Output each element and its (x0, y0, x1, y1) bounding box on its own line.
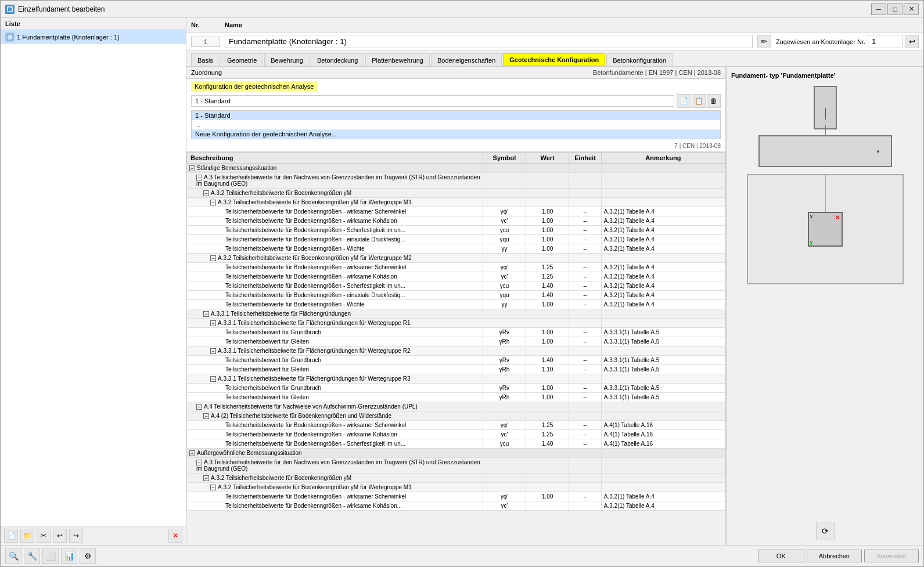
row-wert[interactable]: 1.00 (526, 337, 569, 346)
toolbar-config-btn[interactable]: ⚙ (80, 548, 96, 564)
toolbar-settings-btn[interactable]: 🔧 (24, 548, 40, 564)
row-wert[interactable]: 1.00 (526, 207, 569, 216)
cancel-button[interactable]: Abbrechen (807, 550, 862, 562)
table-row[interactable]: Teilsicherheitsbeiwerte für Bodenkenngrö… (187, 235, 725, 244)
assignment-input[interactable] (868, 35, 903, 48)
row-beschreibung: −A.3.3.1 Teilsicherheitsbeiwerte für Flä… (187, 319, 483, 328)
table-row[interactable]: Teilsicherheitsbeiwerte für Bodenkenngrö… (187, 272, 725, 281)
expand-icon[interactable]: − (210, 376, 216, 382)
config-item-1[interactable]: 1 - Standard (192, 111, 720, 120)
row-wert[interactable]: 1.00 (526, 393, 569, 402)
table-row[interactable]: Teilsicherheitsbeiwert für GrundbruchγRv… (187, 384, 725, 393)
apply-button[interactable]: Anwenden (864, 550, 919, 562)
undo-btn[interactable]: ↩ (53, 529, 67, 543)
maximize-button[interactable]: □ (887, 3, 903, 15)
preview-refresh-btn[interactable]: ⟳ (816, 522, 835, 540)
row-wert[interactable]: 1.00 (526, 226, 569, 235)
row-wert[interactable]: 1.40 (526, 291, 569, 300)
tab-betonkonfiguration[interactable]: Betonkonfiguration (606, 53, 673, 66)
table-row[interactable]: Teilsicherheitsbeiwerte für Bodenkenngrö… (187, 207, 725, 216)
row-wert[interactable]: 1.40 (526, 281, 569, 291)
tab-geometrie[interactable]: Geometrie (221, 53, 263, 66)
tab-geotechnische[interactable]: Geotechnische Konfiguration (503, 53, 605, 66)
tab-bewehrung[interactable]: Bewehrung (264, 53, 310, 66)
ok-button[interactable]: OK (758, 550, 804, 562)
expand-icon[interactable]: − (196, 175, 202, 180)
expand-icon[interactable]: − (210, 320, 216, 326)
row-wert[interactable]: 1.10 (526, 365, 569, 374)
table-row[interactable]: Teilsicherheitsbeiwerte für Bodenkenngrö… (187, 244, 725, 254)
expand-icon[interactable]: − (210, 485, 216, 490)
table-row[interactable]: Teilsicherheitsbeiwerte für Bodenkenngrö… (187, 492, 725, 501)
table-row[interactable]: Teilsicherheitsbeiwerte für Bodenkenngrö… (187, 291, 725, 300)
table-row[interactable]: Teilsicherheitsbeiwerte für Bodenkenngrö… (187, 216, 725, 226)
table-row[interactable]: Teilsicherheitsbeiwerte für Bodenkenngrö… (187, 421, 725, 430)
tab-bodeneigenschaften[interactable]: Bodeneigenschaften (431, 53, 502, 66)
table-row[interactable]: Teilsicherheitsbeiwert für GleitenγRh1.1… (187, 365, 725, 374)
row-wert[interactable]: 1.25 (526, 421, 569, 430)
table-row[interactable]: Teilsicherheitsbeiwert für GleitenγRh1.0… (187, 393, 725, 402)
row-wert[interactable]: 1.00 (526, 244, 569, 254)
cut-btn[interactable]: ✂ (37, 529, 51, 543)
toolbar-chart-btn[interactable]: 📊 (61, 548, 77, 564)
row-wert[interactable]: 1.40 (526, 439, 569, 449)
expand-icon[interactable]: − (189, 165, 195, 171)
table-row[interactable]: Teilsicherheitsbeiwerte für Bodenkenngrö… (187, 226, 725, 235)
open-btn[interactable]: 📁 (20, 529, 34, 543)
config-new-item[interactable]: Neue Konfiguration der geotechnischen An… (192, 129, 720, 139)
edit-name-button[interactable]: ✏ (757, 35, 771, 48)
expand-icon[interactable]: − (196, 404, 202, 410)
table-row[interactable]: Teilsicherheitsbeiwerte für Bodenkenngrö… (187, 501, 725, 511)
config-delete-btn[interactable]: 🗑 (707, 94, 721, 108)
tab-plattenbewehrung[interactable]: Plattenbewehrung (365, 53, 430, 66)
config-select[interactable]: 1 - Standard (191, 95, 674, 107)
norm-value: 7 | CEN | 2013-08 (674, 143, 721, 149)
table-row[interactable]: Teilsicherheitsbeiwerte für Bodenkenngrö… (187, 430, 725, 439)
table-row[interactable]: Teilsicherheitsbeiwert für GleitenγRh1.0… (187, 337, 725, 346)
row-wert[interactable]: 1.00 (526, 328, 569, 337)
config-copy-btn[interactable]: 📋 (692, 94, 706, 108)
table-row[interactable]: Teilsicherheitsbeiwerte für Bodenkenngrö… (187, 439, 725, 449)
expand-icon[interactable]: − (210, 200, 216, 205)
row-wert[interactable]: 1.00 (526, 235, 569, 244)
close-button[interactable]: ✕ (904, 3, 919, 15)
table-row[interactable]: Teilsicherheitsbeiwerte für Bodenkenngrö… (187, 281, 725, 291)
tab-basis[interactable]: Basis (191, 53, 220, 66)
redo-btn[interactable]: ↪ (69, 529, 83, 543)
expand-icon[interactable]: − (203, 190, 209, 196)
assignment-edit-button[interactable]: ↩ (905, 35, 919, 48)
expand-icon[interactable]: − (210, 255, 216, 261)
row-wert[interactable]: 1.40 (526, 356, 569, 365)
row-wert[interactable] (526, 501, 569, 511)
expand-icon[interactable]: − (189, 450, 195, 456)
table-row[interactable]: Teilsicherheitsbeiwert für GrundbruchγRv… (187, 356, 725, 365)
new-btn[interactable]: 📄 (4, 529, 18, 543)
row-wert[interactable]: 1.25 (526, 430, 569, 439)
delete-btn[interactable]: ✕ (168, 529, 182, 543)
expand-icon[interactable]: − (203, 413, 209, 419)
table-wrapper[interactable]: Beschreibung Symbol Wert Einheit Anmerku… (186, 152, 725, 545)
table-row[interactable]: Teilsicherheitsbeiwerte für Bodenkenngrö… (187, 300, 725, 309)
table-row[interactable]: Teilsicherheitsbeiwert für GrundbruchγRv… (187, 328, 725, 337)
table-row[interactable]: Teilsicherheitsbeiwerte für Bodenkenngrö… (187, 263, 725, 272)
row-symbol (483, 319, 526, 328)
row-wert[interactable]: 1.25 (526, 272, 569, 281)
row-wert[interactable]: 1.00 (526, 300, 569, 309)
row-wert[interactable]: 1.00 (526, 492, 569, 501)
config-new-btn[interactable]: 📄 (677, 94, 691, 108)
name-input[interactable] (225, 35, 753, 48)
expand-icon[interactable]: − (203, 311, 209, 317)
expand-icon[interactable]: − (196, 460, 202, 465)
toolbar-view-btn[interactable]: ⬜ (42, 548, 59, 564)
row-wert[interactable]: 1.00 (526, 384, 569, 393)
row-wert[interactable]: 1.00 (526, 216, 569, 226)
row-wert[interactable]: 1.25 (526, 263, 569, 272)
row-anmerkung: A.3.2(1) Tabelle A.4 (601, 300, 725, 309)
expand-icon[interactable]: − (203, 475, 209, 481)
toolbar-search-btn[interactable]: 🔍 (5, 548, 21, 564)
list-item[interactable]: 1 Fundamentplatte (Knotenlager : 1) (1, 30, 186, 44)
tab-betondeckung[interactable]: Betondeckung (311, 53, 364, 66)
minimize-button[interactable]: ─ (871, 3, 886, 15)
expand-icon[interactable]: − (210, 348, 216, 354)
row-wert (526, 374, 569, 384)
